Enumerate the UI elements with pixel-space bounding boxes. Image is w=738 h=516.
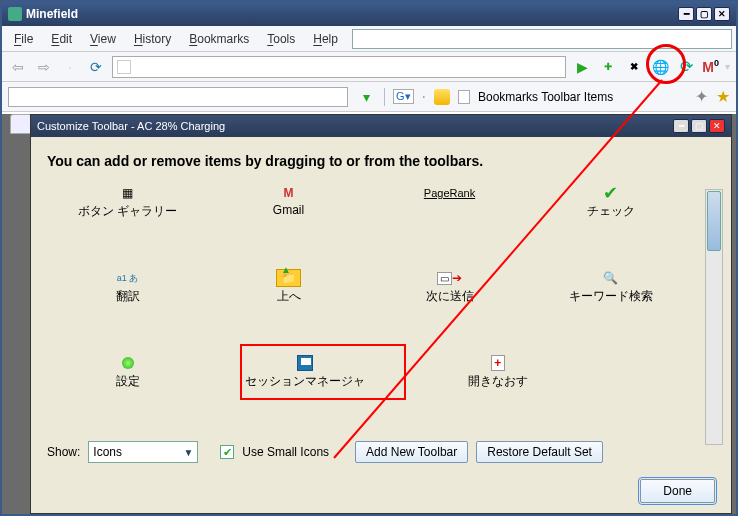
pagerank-icon: PageRank [369,183,530,203]
palette-row: ▦ ボタン ギャラリー M Gmail PageRank ✔ チェック [47,183,691,220]
settings-icon [47,353,208,373]
reload-icon[interactable]: ⟳ [86,57,106,77]
floppy-icon [208,353,401,373]
palette-row: a1 あ 翻訳 📁▲ 上へ ▭➔ 次に送信 🔍 キーワード検索 [47,268,691,305]
x-icon[interactable]: ✖ [624,57,644,77]
dialog-minimize-button[interactable]: ━ [673,119,689,133]
menu-history[interactable]: History [126,30,179,48]
menu-file[interactable]: File [6,30,41,48]
scrollbar-thumb[interactable] [707,191,721,251]
toolbar-palette: ▦ ボタン ギャラリー M Gmail PageRank ✔ チェック [47,183,691,433]
send-to-icon: ▭➔ [369,268,530,288]
page-icon-2 [458,90,470,104]
globe-icon[interactable]: 🌐 [650,57,670,77]
page-icon [117,60,131,74]
forward-icon[interactable]: ⇨ [34,57,54,77]
gmail-count: 0 [714,58,719,68]
small-icons-label[interactable]: Use Small Icons [242,445,329,459]
menu-edit[interactable]: Edit [43,30,80,48]
find-down-icon[interactable]: ▾ [356,87,376,107]
palette-item-check[interactable]: ✔ チェック [530,183,691,220]
show-label: Show: [47,445,80,459]
palette-item-session-manager[interactable]: セッションマネージャ [208,353,401,390]
palette-item-up[interactable]: 📁▲ 上へ [208,268,369,305]
nav-sep-icon: · [60,57,80,77]
palette-item-pagerank[interactable]: PageRank [369,183,530,220]
url-bar[interactable] [112,56,566,78]
separator2: · [422,88,426,106]
gmail-icon: M [208,183,369,203]
palette-item-keyword-search[interactable]: 🔍 キーワード検索 [530,268,691,305]
menubar-input-box[interactable] [352,29,732,49]
menu-bookmarks[interactable]: Bookmarks [181,30,257,48]
gmail-icon[interactable]: M0 [702,58,719,75]
dialog-maximize-button[interactable]: ▢ [691,119,707,133]
play-icon[interactable]: ▶ [572,57,592,77]
star-fill-icon[interactable]: ★ [716,87,730,106]
google-search-icon[interactable]: G▾ [393,89,414,104]
tab-stub[interactable] [10,114,32,134]
close-button[interactable]: ✕ [714,7,730,21]
folder-up-icon: 📁▲ [208,268,369,288]
sync-icon[interactable]: ⟳ [676,57,696,77]
bookmarks-toolbar: ▾ G▾ · Bookmarks Toolbar Items ✦ ★ [2,82,736,112]
translate-icon: a1 あ [47,268,208,288]
menu-help[interactable]: Help [305,30,346,48]
dialog-heading: You can add or remove items by dragging … [47,153,715,169]
dropdown-caret-icon[interactable]: ▾ [725,61,730,72]
minimize-button[interactable]: ━ [678,7,694,21]
restore-default-button[interactable]: Restore Default Set [476,441,603,463]
palette-item-send-to[interactable]: ▭➔ 次に送信 [369,268,530,305]
check-icon: ✔ [530,183,691,203]
app-title: Minefield [26,7,78,21]
maximize-button[interactable]: ▢ [696,7,712,21]
show-select[interactable]: Icons ▼ [88,441,198,463]
dialog-titlebar: Customize Toolbar - AC 28% Charging ━ ▢ … [31,115,731,137]
done-button[interactable]: Done [640,479,715,503]
palette-item-reopen[interactable]: + 開きなおす [401,353,594,390]
back-icon[interactable]: ⇦ [8,57,28,77]
gallery-icon: ▦ [47,183,208,203]
star-outline-icon[interactable]: ✦ [695,87,708,106]
dialog-footer: Show: Icons ▼ ✔ Use Small Icons Add New … [47,441,715,503]
highlighter-icon[interactable] [434,89,450,105]
navbar-right: ▶ ✚ ✖ 🌐 ⟳ M0 ▾ [572,57,730,77]
small-icons-checkbox[interactable]: ✔ [220,445,234,459]
add-new-toolbar-button[interactable]: Add New Toolbar [355,441,468,463]
app-icon [8,7,22,21]
find-input[interactable] [8,87,348,107]
reopen-icon: + [401,353,594,373]
menu-tools[interactable]: Tools [259,30,303,48]
palette-item-settings[interactable]: 設定 [47,353,208,390]
menu-view[interactable]: View [82,30,124,48]
palette-item-button-gallery[interactable]: ▦ ボタン ギャラリー [47,183,208,220]
dialog-body: You can add or remove items by dragging … [31,137,731,513]
dialog-close-button[interactable]: ✕ [709,119,725,133]
bookmarks-toolbar-label[interactable]: Bookmarks Toolbar Items [478,90,613,104]
magnifier-icon: 🔍 [530,268,691,288]
chevron-down-icon: ▼ [183,447,193,458]
show-value: Icons [93,445,122,459]
palette-scrollbar[interactable] [705,189,723,445]
navbar: ⇦ ⇨ · ⟳ ▶ ✚ ✖ 🌐 ⟳ M0 ▾ [2,52,736,82]
plus-icon[interactable]: ✚ [598,57,618,77]
customize-toolbar-dialog: Customize Toolbar - AC 28% Charging ━ ▢ … [30,114,732,514]
palette-item-gmail[interactable]: M Gmail [208,183,369,220]
palette-item-translate[interactable]: a1 あ 翻訳 [47,268,208,305]
separator [384,88,385,106]
titlebar: Minefield ━ ▢ ✕ [2,2,736,26]
menubar: File Edit View History Bookmarks Tools H… [2,26,736,52]
dialog-title: Customize Toolbar - AC 28% Charging [37,120,225,132]
main-window: Minefield ━ ▢ ✕ File Edit View History B… [0,0,738,516]
palette-row: 設定 セッションマネージャ + 開きなおす [47,353,691,390]
